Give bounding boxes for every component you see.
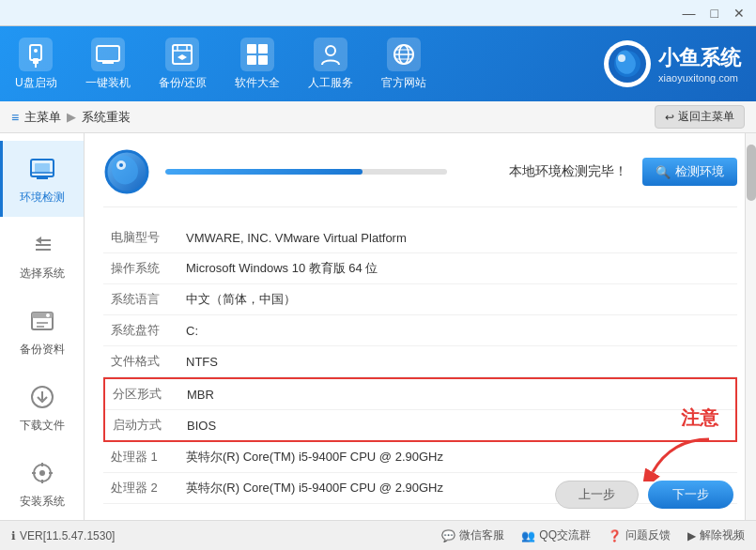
video-icon: ▶ bbox=[687, 529, 696, 542]
env-status-text: 本地环境检测完毕！ bbox=[509, 163, 627, 180]
info-table-container: 电脑型号 VMWARE, INC. VMware Virtual Platfor… bbox=[103, 222, 737, 504]
scrollbar-thumb[interactable] bbox=[747, 145, 756, 201]
svg-rect-1 bbox=[33, 58, 39, 64]
table-row: 处理器 1 英特尔(R) Core(TM) i5-9400F CPU @ 2.9… bbox=[103, 442, 737, 473]
nav-label-service: 人工服务 bbox=[308, 75, 353, 91]
svg-point-40 bbox=[39, 470, 45, 476]
nav-item-onekey[interactable]: 一键装机 bbox=[85, 38, 131, 91]
sidebar-label-select: 选择系统 bbox=[20, 266, 65, 282]
env-progress-container bbox=[165, 169, 494, 175]
check-env-button[interactable]: 🔍 检测环境 bbox=[642, 158, 737, 186]
nav-item-website[interactable]: 官方网站 bbox=[381, 38, 426, 91]
nav-item-usb[interactable]: U盘启动 bbox=[15, 38, 57, 91]
qq-icon: 👥 bbox=[521, 529, 535, 542]
label-cell: 操作系统 bbox=[103, 253, 178, 284]
label-cell: 系统盘符 bbox=[103, 315, 178, 346]
sidebar-item-download[interactable]: 下载文件 bbox=[0, 369, 84, 445]
qq-link[interactable]: 👥 QQ交流群 bbox=[521, 527, 591, 543]
label-cell: 系统语言 bbox=[103, 284, 178, 315]
onekey-icon bbox=[91, 38, 125, 71]
breadcrumb: ≡ 主菜单 ▶ 系统重装 ↩ 返回主菜单 bbox=[0, 101, 756, 133]
annotation-container: 注意 bbox=[643, 405, 718, 481]
sidebar-item-select[interactable]: 选择系统 bbox=[0, 217, 84, 293]
table-row: 系统语言 中文（简体，中国） bbox=[103, 284, 737, 315]
svg-rect-4 bbox=[97, 46, 119, 61]
sidebar-label-backup: 备份资料 bbox=[20, 342, 65, 358]
env-progress-bar bbox=[165, 169, 447, 175]
brand-text: 小鱼系统 xiaoyuxitong.com bbox=[658, 44, 741, 84]
select-icon bbox=[25, 228, 59, 262]
label-cell: 电脑型号 bbox=[103, 222, 178, 253]
nav-brand: 小鱼系统 xiaoyuxitong.com bbox=[604, 40, 741, 87]
annotation-text: 注意 bbox=[681, 405, 718, 431]
wechat-icon: 💬 bbox=[441, 529, 455, 542]
version-text: VER[11.5.47.1530] bbox=[20, 529, 115, 542]
minimize-button[interactable]: — bbox=[679, 6, 700, 21]
close-button[interactable]: ✕ bbox=[730, 6, 748, 21]
brand-logo bbox=[604, 40, 651, 87]
next-button[interactable]: 下一步 bbox=[648, 481, 733, 509]
website-icon bbox=[387, 38, 421, 71]
download-icon bbox=[25, 380, 59, 414]
svg-point-3 bbox=[34, 49, 38, 53]
sidebar-item-env[interactable]: 环境检测 bbox=[0, 141, 84, 217]
label-cell: 文件格式 bbox=[103, 346, 178, 377]
wechat-label: 微信客服 bbox=[459, 527, 504, 543]
nav-label-backup: 备份/还原 bbox=[159, 75, 207, 91]
svg-rect-13 bbox=[247, 55, 256, 65]
info-icon: ℹ bbox=[11, 529, 16, 542]
svg-point-47 bbox=[119, 163, 123, 167]
backup-icon bbox=[165, 38, 199, 71]
sidebar-item-install[interactable]: 安装系统 bbox=[0, 445, 84, 521]
bottombar: ℹ VER[11.5.47.1530] 💬 微信客服 👥 QQ交流群 ❓ 问题反… bbox=[0, 520, 756, 550]
svg-point-15 bbox=[326, 46, 335, 55]
content-area: 本地环境检测完毕！ 🔍 检测环境 电脑型号 VMWARE, INC. VMwar… bbox=[85, 133, 756, 520]
sidebar-item-backup[interactable]: 备份资料 bbox=[0, 293, 84, 369]
video-link[interactable]: ▶ 解除视频 bbox=[687, 527, 745, 543]
install-icon bbox=[25, 456, 59, 490]
value-cell: C: bbox=[178, 315, 737, 346]
nav-item-service[interactable]: 人工服务 bbox=[308, 38, 353, 91]
titlebar-controls: — □ ✕ bbox=[679, 6, 748, 21]
backup-res-icon bbox=[25, 304, 59, 338]
label-cell: 启动方式 bbox=[104, 410, 179, 442]
env-header: 本地环境检测完毕！ 🔍 检测环境 bbox=[103, 148, 737, 207]
feedback-link[interactable]: ❓ 问题反馈 bbox=[608, 527, 671, 543]
nav-buttons: 上一步 下一步 bbox=[555, 481, 733, 509]
info-table: 电脑型号 VMWARE, INC. VMware Virtual Platfor… bbox=[103, 222, 737, 377]
highlighted-table: 分区形式 MBR 启动方式 BIOS bbox=[103, 377, 737, 442]
sidebar-label-download: 下载文件 bbox=[20, 418, 65, 434]
env-logo bbox=[103, 148, 150, 195]
version-info: ℹ VER[11.5.47.1530] bbox=[11, 529, 115, 542]
table-row: 文件格式 NTFS bbox=[103, 346, 737, 377]
label-cell: 处理器 1 bbox=[103, 442, 178, 473]
nav-item-backup[interactable]: 备份/还原 bbox=[159, 38, 207, 91]
active-indicator bbox=[0, 141, 3, 217]
back-button[interactable]: ↩ 返回主菜单 bbox=[655, 105, 745, 129]
value-cell: 中文（简体，中国） bbox=[178, 284, 737, 315]
annotation-arrow-icon bbox=[643, 435, 718, 481]
value-cell: VMWARE, INC. VMware Virtual Platform bbox=[178, 222, 737, 253]
svg-rect-11 bbox=[247, 44, 256, 53]
sidebar-label-env: 环境检测 bbox=[20, 190, 65, 206]
check-env-label: 检测环境 bbox=[675, 163, 724, 180]
prev-button[interactable]: 上一步 bbox=[555, 481, 639, 509]
nav-label-onekey: 一键装机 bbox=[85, 75, 131, 91]
breadcrumb-separator: ▶ bbox=[67, 110, 76, 124]
svg-point-34 bbox=[46, 313, 50, 317]
bottom-links: 💬 微信客服 👥 QQ交流群 ❓ 问题反馈 ▶ 解除视频 bbox=[441, 527, 745, 543]
value-cell: NTFS bbox=[178, 346, 737, 377]
label-cell: 分区形式 bbox=[104, 378, 179, 410]
nav-label-software: 软件大全 bbox=[235, 75, 280, 91]
svg-rect-14 bbox=[258, 55, 268, 65]
scrollbar-track bbox=[745, 133, 756, 520]
brand-name: 小鱼系统 bbox=[658, 44, 741, 72]
label-cell: 处理器 2 bbox=[103, 473, 178, 504]
breadcrumb-main[interactable]: 主菜单 bbox=[24, 109, 61, 126]
maximize-button[interactable]: □ bbox=[707, 6, 722, 21]
breadcrumb-icon: ≡ bbox=[11, 110, 19, 125]
nav-label-usb: U盘启动 bbox=[15, 75, 57, 91]
wechat-link[interactable]: 💬 微信客服 bbox=[441, 527, 504, 543]
svg-rect-12 bbox=[258, 44, 268, 53]
nav-item-software[interactable]: 软件大全 bbox=[235, 38, 280, 91]
